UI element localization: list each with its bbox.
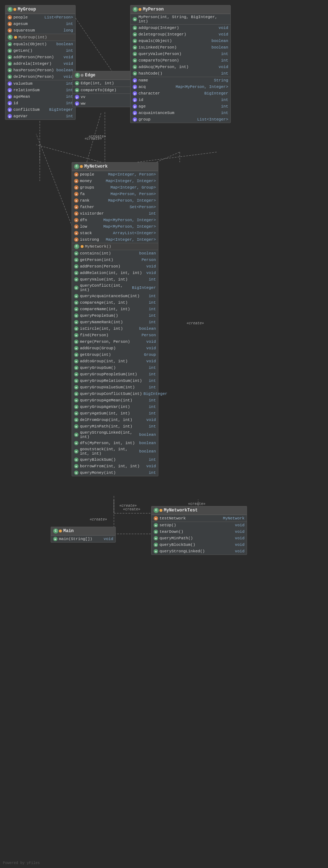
field-icon: m — [74, 392, 78, 396]
field-icon: m — [74, 294, 78, 298]
main-methods-section: m main(String[]) void — [51, 535, 115, 542]
field-type: int — [149, 294, 156, 298]
field-type: MyNetwork — [223, 516, 244, 521]
field-type: int — [66, 49, 73, 53]
table-row: m queryAcquaintanceSum(int) int — [72, 293, 158, 299]
table-row: a visitorder int — [72, 210, 158, 217]
field-type: void — [146, 264, 156, 269]
create-label-mynetwork-mynetworktest: «create» — [119, 504, 137, 508]
field-icon: m — [74, 353, 78, 357]
table-row: m hashCode() int — [131, 70, 230, 77]
field-name: dfs(MyPerson, int, int) — [80, 441, 138, 445]
table-row: m queryGroupConflictSum(int) BigInteger — [72, 391, 158, 397]
table-row: p name String — [131, 77, 230, 84]
table-row: m addtoGroup(int, int) void — [72, 358, 158, 365]
table-row: m queryNameRank(int) int — [72, 319, 158, 325]
field-type: Map<MyPerson, Integer> — [103, 218, 156, 222]
field-type: void — [146, 464, 156, 468]
table-row: m queryMoney(int) int — [72, 469, 158, 476]
field-name: tearDown() — [159, 530, 234, 534]
table-row: a father Set<Person> — [72, 204, 158, 210]
field-name: squaresum — [13, 28, 62, 33]
access-icon — [159, 509, 162, 512]
table-row: m addPerson(Person) void — [5, 54, 75, 60]
field-type: BigInteger — [49, 108, 73, 112]
mygroup-fields-section: a people List<Person> a agesum int a squ… — [5, 14, 75, 34]
field-icon: a — [74, 211, 78, 216]
table-row: a isstrong Map<Integer, Integer> — [72, 236, 158, 243]
table-row: m tearDown() void — [152, 528, 247, 535]
field-icon: m — [74, 277, 78, 282]
field-type: Map<Integer, Group> — [111, 185, 156, 190]
field-icon: a — [74, 172, 78, 177]
field-name: id — [139, 98, 220, 102]
field-type: ArrayList<Integer> — [113, 231, 156, 235]
field-icon: m — [74, 385, 78, 389]
field-type: void — [235, 530, 244, 534]
field-icon: m — [133, 45, 137, 50]
field-name: delFromGroup(int, int) — [80, 418, 145, 422]
field-type: Set<Person> — [129, 205, 156, 209]
field-name: dfn — [80, 218, 102, 222]
main-class: C Main m main(String[]) void — [51, 527, 116, 543]
field-type: int — [149, 385, 156, 389]
field-name: addgroup(Integer) — [139, 26, 217, 30]
table-row: a low Map<MyPerson, Integer> — [72, 223, 158, 230]
field-icon: p — [75, 95, 79, 99]
field-name: age — [139, 104, 220, 109]
table-row: m merge(Person, Person) void — [72, 338, 158, 345]
field-type: BigInteger — [132, 286, 156, 290]
table-row: a groups Map<Integer, Group> — [72, 184, 158, 191]
field-icon: p — [133, 117, 137, 122]
field-icon: p — [133, 85, 137, 89]
table-row: m queryGroupPeopleSum(int) int — [72, 371, 158, 378]
field-name: merge(Person, Person) — [80, 340, 145, 344]
field-name: compareTo(Edge) — [81, 88, 130, 92]
field-name: addRelation(int, int, int) — [80, 271, 145, 275]
field-name: queryValue(int, int) — [80, 277, 147, 282]
field-icon: m — [154, 536, 158, 540]
field-icon: m — [74, 320, 78, 324]
field-icon: m — [8, 55, 12, 59]
class-icon: C — [133, 7, 138, 12]
field-icon: p — [133, 98, 137, 102]
class-icon: C — [8, 7, 13, 12]
myperson-title: MyPerson — [143, 7, 164, 12]
field-type: int — [149, 398, 156, 403]
field-name: queryGroupAgeVar(int) — [80, 405, 147, 409]
field-type: Map<Person, Integer> — [108, 198, 156, 203]
field-name: money — [80, 179, 104, 183]
field-name: father — [80, 205, 128, 209]
table-row: m contains(int) boolean — [72, 250, 158, 257]
class-icon: C — [53, 528, 58, 534]
field-name: isCircle(int, int) — [80, 326, 138, 331]
field-name: vv — [81, 95, 130, 99]
field-name: queryMoney(int) — [80, 471, 147, 475]
field-name: Edge(int, int) — [81, 81, 137, 85]
table-row: m queryGroupValueSum(int) int — [72, 384, 158, 391]
table-row: p ageMean int — [5, 93, 75, 100]
field-type: int — [221, 71, 228, 76]
table-row: m delPerson(Person) void — [5, 73, 75, 80]
field-name: acquaintanceSum — [139, 111, 220, 115]
field-type: long — [64, 28, 73, 33]
table-row: p relationSum int — [5, 87, 75, 93]
table-row: p group List<Integer> — [131, 116, 230, 123]
field-icon: m — [74, 411, 78, 416]
field-type: void — [64, 75, 73, 79]
field-type: void — [146, 271, 156, 275]
field-name: queryNameRank(int) — [80, 320, 147, 324]
field-icon: p — [133, 111, 137, 115]
field-name: stack — [80, 231, 111, 235]
field-icon: m — [154, 543, 158, 547]
field-name: addPerson(Person) — [13, 55, 62, 59]
field-name: queryConflict(int, int) — [80, 283, 131, 292]
field-type: int — [66, 114, 73, 118]
field-name: getGroup(int) — [80, 353, 142, 357]
field-name: queryPeopleSum() — [80, 313, 147, 318]
field-icon: a — [74, 179, 78, 183]
field-name: delPerson(Person) — [13, 75, 62, 79]
field-icon: m — [74, 271, 78, 275]
table-row: m delFromGroup(int, int) void — [72, 417, 158, 423]
field-name: id — [13, 101, 64, 105]
